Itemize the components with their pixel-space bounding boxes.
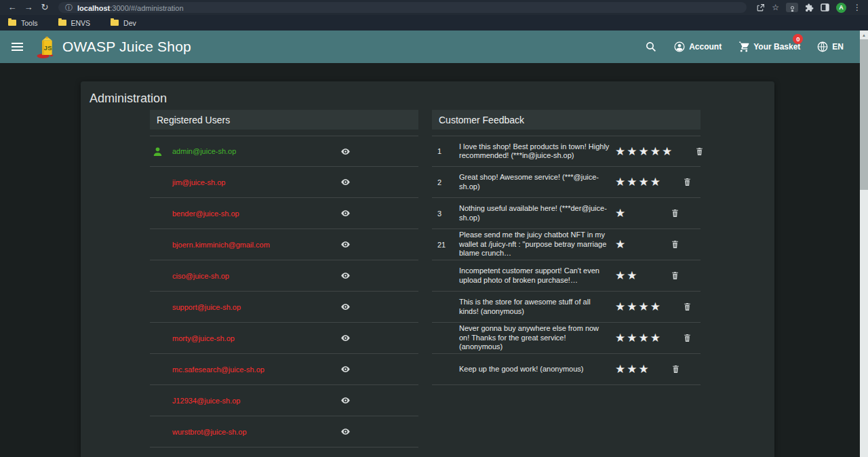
bookmark-folder-envs[interactable]: ENVS <box>58 19 91 27</box>
eye-icon <box>340 239 351 250</box>
app-title: OWASP Juice Shop <box>62 39 191 55</box>
user-email: bender@juice-sh.op <box>172 210 273 218</box>
feedback-rating-stars: ★★★★ <box>614 300 662 314</box>
header-actions: Account Your Basket 0 EN <box>645 41 844 53</box>
basket-button[interactable]: Your Basket 0 <box>738 41 800 53</box>
browser-menu-icon[interactable]: ⋮ <box>853 3 861 12</box>
reveal-user-button[interactable] <box>338 331 353 345</box>
reveal-user-button[interactable] <box>338 175 353 189</box>
trash-icon <box>683 302 692 312</box>
trash-icon <box>671 239 679 250</box>
home-link[interactable]: JS OWASP Juice Shop <box>37 35 191 59</box>
back-icon[interactable]: ← <box>5 0 19 15</box>
feedback-table-row: 2 Great shop! Awesome service! (***@juic… <box>432 167 701 198</box>
browser-actions: ☆ A ⋮ <box>756 3 863 13</box>
users-table-header: Registered Users <box>150 110 418 130</box>
user-table-row: support@juice-sh.op <box>150 292 418 323</box>
feedback-table-row: 3 Nothing useful available here! (***der… <box>432 198 701 229</box>
eye-icon <box>340 208 351 218</box>
user-table-row: mc.safesearch@juice-sh.op <box>150 354 418 385</box>
user-table-row: ciso@juice-sh.op <box>150 260 418 292</box>
reveal-user-button[interactable] <box>338 144 353 159</box>
lightbulb-icon <box>791 6 794 9</box>
language-button[interactable]: EN <box>816 41 844 53</box>
feedback-id: 1 <box>437 147 459 155</box>
reveal-user-button[interactable] <box>338 362 353 376</box>
delete-feedback-button[interactable] <box>681 175 694 189</box>
feedback-rating-stars: ★★★★★ <box>614 144 673 159</box>
browser-profile-avatar[interactable]: A <box>836 3 846 13</box>
reveal-user-button[interactable] <box>338 424 353 439</box>
user-email: morty@juice-sh.op <box>172 334 273 342</box>
reveal-user-button[interactable] <box>338 393 353 408</box>
bookmark-star-icon[interactable]: ☆ <box>772 3 779 12</box>
user-table-row: wurstbrot@juice-sh.op <box>150 416 418 448</box>
feedback-rating-stars: ★★★ <box>614 362 650 376</box>
user-table-row: admin@juice-sh.op <box>150 136 418 167</box>
customer-feedback-table: Customer Feedback 1 I love this shop! Be… <box>432 110 701 448</box>
delete-feedback-button[interactable] <box>681 331 694 345</box>
trash-icon <box>695 146 704 157</box>
delete-feedback-button[interactable] <box>669 206 682 220</box>
feedback-rating-stars: ★ <box>614 206 649 220</box>
reveal-user-button[interactable] <box>338 300 353 314</box>
user-table-row: J12934@juice-sh.op <box>150 385 418 416</box>
feedback-table-row: Never gonna buy anywhere else from now o… <box>432 323 701 354</box>
feedback-comment: Never gonna buy anywhere else from now o… <box>459 324 614 352</box>
user-email: J12934@juice-sh.op <box>172 397 273 405</box>
scroll-up-icon[interactable]: ▲ <box>860 31 868 39</box>
administration-card: Administration Registered Users admin@ju… <box>81 81 774 457</box>
bookmark-folder-tools[interactable]: Tools <box>8 19 38 27</box>
bookmark-label: ENVS <box>71 19 91 27</box>
feedback-table-body: 1 I love this shop! Best products in tow… <box>432 136 701 385</box>
user-table-row: bender@juice-sh.op <box>150 198 418 229</box>
reload-icon[interactable]: ↻ <box>38 0 52 15</box>
eye-icon <box>340 333 351 343</box>
delete-feedback-button[interactable] <box>669 269 682 283</box>
extensions-puzzle-icon[interactable] <box>805 3 814 12</box>
delete-feedback-button[interactable] <box>693 144 706 159</box>
site-info-icon[interactable]: ⓘ <box>65 3 73 13</box>
reveal-user-button[interactable] <box>338 206 353 220</box>
delete-feedback-button[interactable] <box>669 362 682 376</box>
feedback-id: 2 <box>437 178 459 186</box>
url-host: localhost <box>77 4 110 12</box>
feedback-comment: Great shop! Awesome service! (***@juice-… <box>459 173 614 191</box>
feedback-rating-stars: ★★ <box>614 269 649 283</box>
delete-feedback-button[interactable] <box>669 237 682 252</box>
eye-icon <box>340 302 351 312</box>
eye-icon <box>340 364 351 374</box>
user-email: support@juice-sh.op <box>172 303 273 311</box>
trash-icon <box>671 208 679 218</box>
folder-icon <box>111 20 119 26</box>
account-button[interactable]: Account <box>673 41 722 53</box>
folder-icon <box>58 20 66 26</box>
feedback-comment: Please send me the juicy chatbot NFT in … <box>459 231 614 258</box>
trash-icon <box>671 364 680 374</box>
scrollbar-thumb[interactable] <box>860 39 868 190</box>
users-table-body: admin@juice-sh.op jim@juice-sh.op <box>150 136 418 448</box>
user-email: admin@juice-sh.op <box>172 147 273 155</box>
page-title: Administration <box>81 81 774 106</box>
forward-icon[interactable]: → <box>22 0 35 15</box>
share-icon[interactable] <box>756 3 765 12</box>
address-bar[interactable]: ⓘ localhost:3000/#/administration <box>58 2 747 13</box>
user-table-row: bjoern.kimminich@gmail.com <box>150 229 418 260</box>
lightbulb-extension-icon[interactable] <box>786 3 798 12</box>
delete-feedback-button[interactable] <box>681 300 694 314</box>
side-panel-icon[interactable] <box>821 3 829 12</box>
reveal-user-button[interactable] <box>338 237 353 252</box>
feedback-table-row: Incompetent customer support! Can't even… <box>432 260 701 292</box>
page-scrollbar[interactable]: ▲ <box>860 31 868 457</box>
user-table-row: morty@juice-sh.op <box>150 323 418 354</box>
feedback-rating-stars: ★★★★ <box>614 331 662 345</box>
app-header: JS OWASP Juice Shop Account Your Basket … <box>0 31 868 63</box>
user-email: ciso@juice-sh.op <box>172 272 273 280</box>
folder-icon <box>8 20 16 26</box>
search-icon[interactable] <box>645 41 657 53</box>
eye-icon <box>340 146 351 157</box>
bookmark-folder-dev[interactable]: Dev <box>111 19 136 27</box>
sidenav-menu-icon[interactable] <box>9 39 26 55</box>
reveal-user-button[interactable] <box>338 269 353 283</box>
user-email: jim@juice-sh.op <box>172 178 273 186</box>
